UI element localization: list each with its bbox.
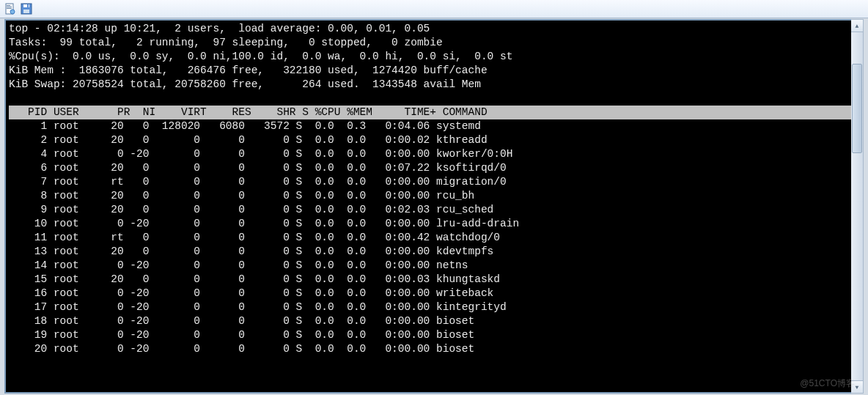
- scroll-up-button[interactable]: ▲: [851, 20, 863, 32]
- terminal-area[interactable]: top - 02:14:28 up 10:21, 2 users, load a…: [4, 19, 864, 394]
- svg-rect-8: [27, 4, 29, 7]
- svg-rect-1: [7, 5, 10, 6]
- process-row: 18 root 0 -20 0 0 0 S 0.0 0.0 0:00.00 bi…: [9, 315, 474, 327]
- svg-point-4: [10, 10, 15, 14]
- process-header-row: PID USER PR NI VIRT RES SHR S %CPU %MEM …: [9, 106, 859, 119]
- vertical-scrollbar[interactable]: ▲ ▼: [851, 19, 864, 394]
- save-icon[interactable]: [21, 3, 32, 15]
- new-doc-icon[interactable]: [4, 3, 16, 15]
- process-row: 19 root 0 -20 0 0 0 S 0.0 0.0 0:00.00 bi…: [9, 329, 474, 341]
- top-summary-line-3: %Cpu(s): 0.0 us, 0.0 sy, 0.0 ni,100.0 id…: [9, 51, 512, 62]
- process-row: 9 root 20 0 0 0 0 S 0.0 0.0 0:02.03 rcu_…: [9, 204, 493, 215]
- watermark-text: @51CTO博客: [800, 377, 855, 391]
- process-row: 17 root 0 -20 0 0 0 S 0.0 0.0 0:00.00 ki…: [9, 301, 507, 313]
- process-row: 14 root 0 -20 0 0 0 S 0.0 0.0 0:00.00 ne…: [9, 259, 468, 271]
- process-row: 16 root 0 -20 0 0 0 S 0.0 0.0 0:00.00 wr…: [9, 287, 493, 299]
- svg-rect-7: [23, 10, 29, 13]
- process-row: 10 root 0 -20 0 0 0 S 0.0 0.0 0:00.00 lr…: [9, 218, 519, 229]
- top-summary-line-2: Tasks: 99 total, 2 running, 97 sleeping,…: [9, 37, 443, 48]
- process-row: 2 root 20 0 0 0 0 S 0.0 0.0 0:00.02 kthr…: [9, 134, 488, 146]
- process-row: 7 root rt 0 0 0 0 S 0.0 0.0 0:00.00 migr…: [9, 176, 507, 188]
- svg-rect-3: [7, 8, 12, 9]
- top-summary-line-4: KiB Mem : 1863076 total, 266476 free, 32…: [9, 64, 488, 76]
- process-row: 1 root 20 0 128020 6080 3572 S 0.0 0.3 0…: [9, 120, 481, 132]
- process-row: 11 root rt 0 0 0 0 S 0.0 0.0 0:00.42 wat…: [9, 232, 500, 243]
- scroll-thumb[interactable]: [852, 64, 862, 153]
- svg-rect-2: [7, 7, 12, 7]
- process-row: 8 root 20 0 0 0 0 S 0.0 0.0 0:00.00 rcu_…: [9, 190, 474, 202]
- process-row: 13 root 20 0 0 0 0 S 0.0 0.0 0:00.00 kde…: [9, 246, 493, 257]
- top-summary-line-5: KiB Swap: 20758524 total, 20758260 free,…: [9, 78, 481, 90]
- process-row: 15 root 20 0 0 0 0 S 0.0 0.0 0:00.03 khu…: [9, 273, 500, 285]
- top-summary-line-1: top - 02:14:28 up 10:21, 2 users, load a…: [9, 23, 430, 34]
- process-row: 20 root 0 -20 0 0 0 S 0.0 0.0 0:00.00 bi…: [9, 343, 474, 355]
- app-toolbar: [0, 0, 868, 18]
- process-row: 6 root 20 0 0 0 0 S 0.0 0.0 0:07.22 ksof…: [9, 162, 507, 174]
- process-row: 4 root 0 -20 0 0 0 S 0.0 0.0 0:00.00 kwo…: [9, 148, 512, 160]
